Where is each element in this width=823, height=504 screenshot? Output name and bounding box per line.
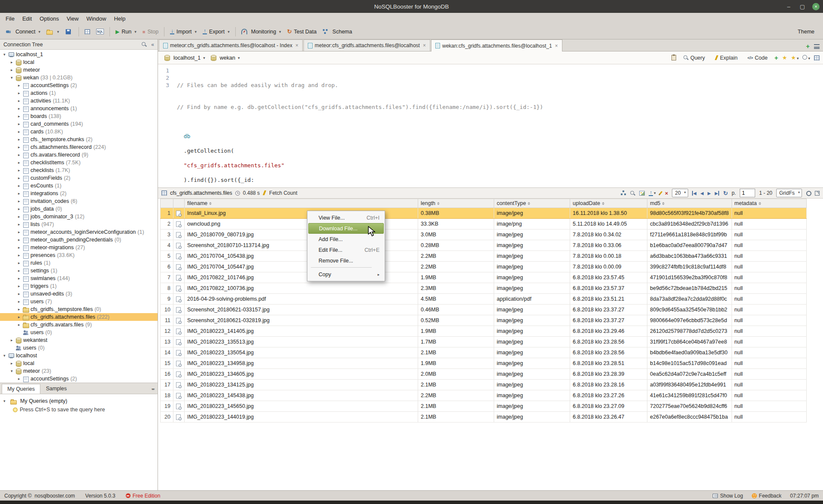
paste-icon[interactable] — [671, 55, 676, 60]
preview-mode-icon[interactable] — [639, 191, 645, 196]
expand-arrow-icon[interactable]: ▸ — [18, 137, 23, 142]
table-row[interactable]: 4 Screenshot_20180710-113714.jpg 0.28MB … — [161, 240, 807, 251]
run-button[interactable]: Run▾ — [112, 27, 140, 36]
row-preview-cell[interactable] — [173, 240, 185, 251]
tab-close-icon[interactable]: × — [295, 42, 298, 48]
breadcrumb-connection[interactable]: localhost_1 ▾ — [161, 54, 208, 62]
table-row[interactable]: 7 IMG_20170822_101746.jpg 1.9MB image/jp… — [161, 272, 807, 283]
table-row[interactable]: 5 IMG_20170704_105438.jpg 2.2MB image/jp… — [161, 251, 807, 262]
add-icon[interactable]: + — [774, 55, 778, 60]
preview-icon[interactable] — [176, 243, 181, 248]
tree-item[interactable]: ▸ activities (11.1K) — [0, 97, 158, 105]
table-row[interactable]: 9 2016-04-29-solving-problems.pdf 4.5MB … — [161, 294, 807, 305]
tree-item[interactable]: ▸ integrations (2) — [0, 190, 158, 197]
row-preview-cell[interactable] — [173, 262, 185, 272]
tree-item[interactable]: ▸ announcements (1) — [0, 105, 158, 112]
editor-tab[interactable]: meteor:cfs_gridfs.attachments.files@loca… — [304, 39, 430, 51]
schema-button[interactable]: Schema — [319, 27, 355, 36]
menubar-item[interactable]: Options — [36, 14, 63, 23]
expand-arrow-icon[interactable]: ▸ — [18, 91, 23, 95]
column-header[interactable]: md5 — [647, 199, 732, 208]
tree-item[interactable]: ▸ users (7) — [0, 298, 158, 305]
menubar-item[interactable]: File — [2, 14, 18, 23]
tree-item[interactable]: ▾ wekan (33 | 0.21GB) — [0, 74, 158, 81]
tree-item[interactable]: ▸ meteor-migrations (27) — [0, 244, 158, 251]
tree-item[interactable]: ▸ lists (947) — [0, 220, 158, 228]
expand-arrow-icon[interactable]: ▸ — [18, 222, 23, 226]
code-button[interactable]: Code — [744, 54, 771, 62]
expand-arrow-icon[interactable]: ▸ — [18, 160, 23, 165]
edition-badge[interactable]: Free Edition — [126, 493, 161, 499]
sort-icon[interactable] — [662, 201, 665, 206]
tree-item[interactable]: ▸ rules (1) — [0, 259, 158, 267]
queries-panel-tab[interactable]: Samples — [40, 383, 73, 394]
expand-arrow-icon[interactable]: ▸ — [18, 238, 23, 242]
tree-item[interactable]: ▸ accountSettings (2) — [0, 375, 158, 383]
row-preview-cell[interactable] — [173, 219, 185, 229]
preview-icon[interactable] — [176, 339, 181, 345]
tree-item[interactable]: ▸ meteor_oauth_pendingCredentials (0) — [0, 236, 158, 244]
table-row[interactable]: 6 IMG_20170704_105447.jpg 2.2MB image/jp… — [161, 262, 807, 272]
row-preview-cell[interactable] — [173, 229, 185, 240]
show-log-button[interactable]: Show Log — [713, 493, 743, 499]
export-button[interactable]: Export▾ — [200, 27, 233, 36]
minimize-button[interactable]: – — [785, 3, 793, 10]
first-page-icon[interactable]: ◀ — [692, 191, 697, 196]
column-header[interactable]: filename — [185, 199, 418, 208]
tree-item[interactable]: ▸ card_comments (194) — [0, 120, 158, 128]
row-preview-cell[interactable] — [173, 390, 185, 401]
tree-item[interactable]: ▸ cards (10.8K) — [0, 128, 158, 136]
tree-item[interactable]: ▸ actions (1) — [0, 89, 158, 97]
maximize-panel-icon[interactable] — [815, 191, 820, 196]
tree-item[interactable]: ▸ local — [0, 359, 158, 367]
tree-item[interactable]: ▸ cfs_gridfs.avatars.files (9) — [0, 321, 158, 329]
expand-arrow-icon[interactable]: ▾ — [3, 353, 8, 358]
expand-arrow-icon[interactable]: ▸ — [18, 83, 23, 88]
row-preview-cell[interactable] — [173, 337, 185, 347]
close-button[interactable]: × — [812, 3, 820, 10]
table-row[interactable]: 1 Install_Linux.jpg 0.38MB image/jpeg 16… — [161, 208, 807, 219]
expand-arrow-icon[interactable]: ▸ — [11, 68, 15, 72]
import-button[interactable]: Import▾ — [167, 27, 200, 36]
tree-item[interactable]: ▸ wekantest — [0, 336, 158, 344]
context-menu-item[interactable] — [311, 267, 372, 268]
tree-item[interactable]: ▾ localhost — [0, 352, 158, 359]
expand-arrow-icon[interactable]: ▸ — [18, 184, 23, 188]
next-page-icon[interactable]: ▶ — [708, 191, 711, 196]
query-editor[interactable]: 1 2 3 // Files can be added easily with … — [158, 64, 823, 187]
expand-arrow-icon[interactable]: ▸ — [18, 207, 23, 211]
row-preview-cell[interactable] — [173, 369, 185, 380]
preview-icon[interactable] — [176, 221, 181, 227]
row-preview-cell[interactable] — [173, 251, 185, 262]
context-menu-item[interactable]: Remove File... — [308, 255, 384, 266]
expand-arrow-icon[interactable]: ▸ — [18, 176, 23, 180]
expand-arrow-icon[interactable]: ▸ — [18, 323, 23, 327]
menubar-item[interactable]: Window — [82, 14, 110, 23]
editor-tab[interactable]: meteor:cfs_gridfs.attachments.files@loca… — [159, 39, 303, 51]
expand-arrow-icon[interactable]: ▸ — [18, 214, 23, 219]
tree-item[interactable]: ▸ swimlanes (144) — [0, 275, 158, 282]
preview-icon[interactable] — [176, 296, 181, 302]
view-mode-select[interactable]: GridFs — [776, 189, 802, 197]
table-row[interactable]: 16 IMG_20180223_134605.jpg 2.0MB image/j… — [161, 369, 807, 380]
expand-arrow-icon[interactable]: ▸ — [18, 299, 23, 304]
row-preview-cell[interactable] — [173, 401, 185, 412]
editor-tab[interactable]: wekan:cfs_gridfs.attachments.files@local… — [431, 39, 562, 51]
table-row[interactable]: 18 IMG_20180223_145438.jpg 2.2MB image/j… — [161, 390, 807, 401]
tree-item[interactable]: ▸ local — [0, 58, 158, 66]
expand-arrow-icon[interactable]: ▸ — [11, 338, 15, 342]
my-queries-folder[interactable]: ▾ My Queries (empty) — [3, 397, 154, 405]
favorite-star-icon[interactable] — [782, 54, 787, 61]
tree-item[interactable]: users (0) — [0, 344, 158, 352]
preview-icon[interactable] — [176, 414, 181, 420]
sort-icon[interactable] — [759, 201, 761, 206]
tab-close-icon[interactable]: × — [555, 43, 558, 49]
row-preview-cell[interactable] — [173, 208, 185, 219]
tree-item[interactable]: ▸ invitation_codes (6) — [0, 197, 158, 205]
expand-arrow-icon[interactable]: ▸ — [18, 130, 23, 134]
expand-arrow-icon[interactable]: ▸ — [18, 253, 23, 257]
tree-item[interactable]: ▾ meteor (23) — [0, 367, 158, 375]
expand-arrow-icon[interactable]: ▸ — [18, 307, 23, 311]
preview-icon[interactable] — [176, 393, 181, 398]
expand-arrow-icon[interactable]: ▸ — [18, 168, 23, 172]
